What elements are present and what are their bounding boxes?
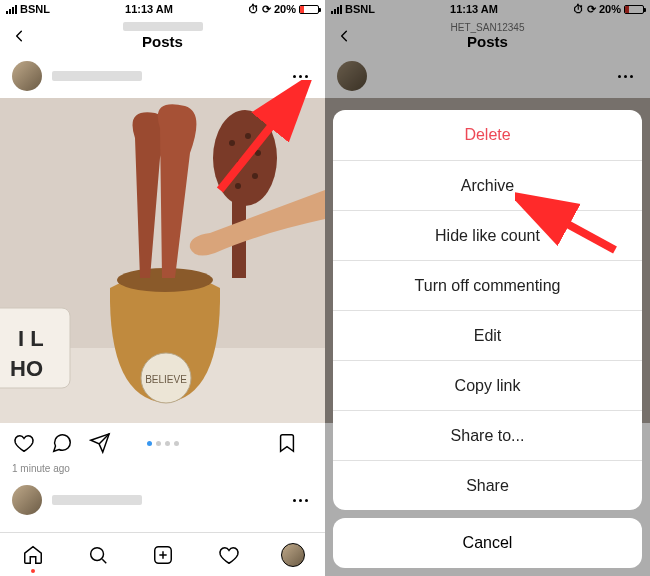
sheet-item-edit[interactable]: Edit (333, 310, 642, 360)
svg-point-16 (91, 547, 104, 560)
sheet-item-copy-link[interactable]: Copy link (333, 360, 642, 410)
username-blurred (52, 71, 142, 81)
heart-icon (13, 432, 35, 454)
post-more-button[interactable] (287, 499, 313, 502)
comment-button[interactable] (50, 431, 74, 455)
svg-point-10 (235, 183, 241, 189)
svg-point-5 (229, 140, 235, 146)
search-icon (87, 544, 109, 566)
account-name-blurred (123, 22, 203, 31)
tab-activity[interactable] (216, 542, 242, 568)
notification-dot (31, 569, 35, 573)
tab-profile[interactable] (281, 543, 305, 567)
post-action-row (0, 423, 325, 463)
page-title: Posts (123, 33, 203, 50)
post-author-row[interactable] (0, 54, 325, 98)
svg-point-8 (237, 160, 243, 166)
svg-point-6 (245, 133, 251, 139)
action-sheet: Delete Archive Hide like count Turn off … (333, 110, 642, 568)
carousel-indicator (147, 441, 179, 446)
alarm-icon: ⏱ (248, 3, 259, 15)
svg-point-3 (213, 110, 277, 206)
tab-search[interactable] (85, 542, 111, 568)
plus-square-icon (152, 544, 174, 566)
svg-point-7 (255, 150, 261, 156)
post-timestamp: 1 minute ago (0, 463, 325, 480)
tab-home[interactable] (20, 542, 46, 568)
svg-text:I L: I L (18, 326, 44, 351)
share-button[interactable] (88, 431, 112, 455)
post-more-button[interactable] (287, 75, 313, 78)
heart-icon (218, 544, 240, 566)
sheet-item-share[interactable]: Share (333, 460, 642, 510)
signal-icon (6, 5, 17, 14)
back-button[interactable] (4, 21, 34, 51)
bookmark-icon (276, 432, 298, 454)
sheet-item-share-to[interactable]: Share to... (333, 410, 642, 460)
sheet-item-archive[interactable]: Archive (333, 160, 642, 210)
action-sheet-options: Delete Archive Hide like count Turn off … (333, 110, 642, 510)
status-bar: BSNL 11:13 AM ⏱ ⟳ 20% (0, 0, 325, 18)
paper-plane-icon (89, 432, 111, 454)
sheet-item-turn-off-commenting[interactable]: Turn off commenting (333, 260, 642, 310)
avatar[interactable] (12, 485, 42, 515)
orientation-lock-icon: ⟳ (262, 3, 271, 16)
chevron-left-icon (12, 29, 26, 43)
home-icon (22, 544, 44, 566)
next-post-author-row[interactable] (0, 480, 325, 520)
carrier-label: BSNL (20, 3, 50, 15)
battery-percent: 20% (274, 3, 296, 15)
tab-bar (0, 532, 325, 576)
svg-point-9 (252, 173, 258, 179)
nav-header: Posts (0, 18, 325, 54)
post-image[interactable]: BELIEVE I L HO (0, 98, 325, 423)
battery-icon (299, 5, 319, 14)
avatar[interactable] (12, 61, 42, 91)
sheet-cancel-button[interactable]: Cancel (333, 518, 642, 568)
like-button[interactable] (12, 431, 36, 455)
sheet-item-hide-likes[interactable]: Hide like count (333, 210, 642, 260)
username-blurred (52, 495, 142, 505)
svg-text:BELIEVE: BELIEVE (145, 374, 187, 385)
status-time: 11:13 AM (50, 3, 248, 15)
tab-add[interactable] (150, 542, 176, 568)
comment-icon (51, 432, 73, 454)
sheet-item-delete[interactable]: Delete (333, 110, 642, 160)
save-button[interactable] (275, 431, 299, 455)
svg-text:HO: HO (10, 356, 43, 381)
